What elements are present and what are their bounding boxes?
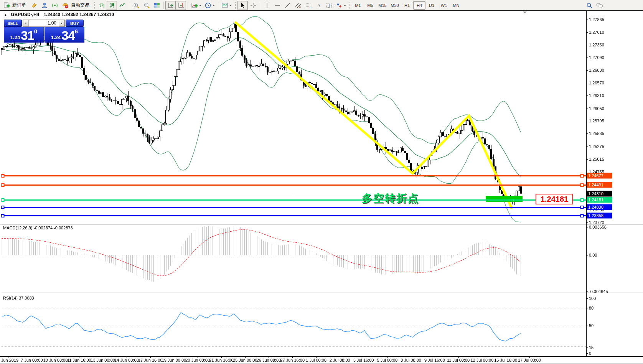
indicators-button[interactable] [190,1,203,10]
price-level-label-1.24310: 1.24310 [587,191,612,196]
chat-button[interactable] [594,1,605,10]
timeframe-button-m5[interactable]: M5 [364,1,376,10]
time-axis-label: 5 Jun 2019 [0,358,18,362]
time-axis-label: 5 Jul 00:00 [377,358,397,362]
time-axis-label: 21 Jun 16:00 [209,358,234,362]
collapse-arrow-icon[interactable]: ▲ [4,13,7,17]
time-axis-label: 2 Jul 08:00 [330,358,350,362]
profile-icon [41,2,48,9]
time-axis-label: 27 Jun 16:00 [280,358,305,362]
toolbar-grip[interactable] [349,2,351,9]
zoom-in-icon [133,2,140,9]
toolbar-grip[interactable] [93,2,95,9]
price-tag-label[interactable]: 1.24181 [536,194,573,204]
metaquotes-button[interactable] [29,1,39,10]
text-icon: A [315,2,322,9]
candlestick-chart-button[interactable] [107,1,117,10]
indicator-axis-tick: 0.00 [589,253,597,257]
toolbar-separator [163,2,164,9]
clock-icon [204,2,211,9]
volume-increase-button[interactable]: ▲ [59,20,64,26]
signals-button[interactable] [49,1,60,10]
volume-input[interactable]: 1.00 [29,20,59,26]
time-axis-label: 8 Jul 08:00 [401,358,421,362]
indicator-axis-tick: 0 [589,351,591,356]
sell-price-sup: 0 [34,28,37,35]
search-button[interactable] [584,1,594,10]
chart-shift-button[interactable] [176,1,186,10]
price-level-label-1.23858: 1.23858 [587,213,612,219]
zoom-in-button[interactable] [131,1,141,10]
metaquotes-icon [31,2,38,9]
text-button[interactable]: A [313,1,324,10]
zoom-out-button[interactable] [141,1,152,10]
symbol-info[interactable]: ▲ GBPUSD-,H4 1.24340 1.24352 1.24267 1.2… [4,12,114,17]
symbol-quotes: 1.24340 1.24352 1.24267 1.24310 [44,12,114,17]
timeframe-button-h4[interactable]: H4 [413,1,425,10]
timeframe-button-w1[interactable]: W1 [438,1,450,10]
templates-icon [221,2,228,9]
cursor-button[interactable] [237,1,248,10]
tile-windows-button[interactable] [152,1,162,10]
time-axis-label: 11 Jun 16:00 [67,358,91,362]
toolbar-grip[interactable] [234,2,236,9]
sell-button[interactable]: SELL [4,20,22,27]
price-axis-tick: 1.27090 [589,55,604,60]
auto-trading-label[interactable]: 自动交易 [71,2,89,8]
mt4-application: 新订单 自动交易 [0,0,643,364]
crosshair-button[interactable] [248,1,258,10]
buy-button[interactable]: BUY [66,20,84,27]
vertical-line-button[interactable] [262,1,272,10]
timeframe-button-h1[interactable]: H1 [401,1,413,10]
text-label-icon: T [326,2,333,9]
sell-price-display[interactable]: 1.24 31 0 [4,27,44,43]
equidistant-channel-button[interactable]: E [293,1,303,10]
chart-canvas[interactable] [0,0,643,364]
trendline-button[interactable] [282,1,293,10]
time-axis-label: 3 Jul 16:00 [353,358,374,362]
auto-trading-button[interactable] [60,1,70,10]
line-chart-button[interactable] [117,1,127,10]
toolbar-right-group [584,1,605,10]
text-label-button[interactable]: T [324,1,334,10]
one-click-trading-panel: SELL ▼ 1.00 ▲ BUY 1.24 31 0 1.24 34 6 [4,20,84,43]
new-order-button[interactable] [2,1,12,10]
new-order-label[interactable]: 新订单 [12,2,26,8]
line-chart-icon [119,2,126,9]
price-axis-tick: 1.27350 [589,43,604,47]
annotation-turning-point[interactable]: 多空转折点 [362,191,419,205]
time-axis-label: 12 Jul 08:00 [470,358,493,362]
indicator-axis-tick: 50 [589,323,594,328]
arrows-button[interactable] [334,1,348,10]
volume-decrease-button[interactable]: ▼ [23,20,29,26]
price-axis-tick: 1.27865 [589,17,604,22]
timeframe-button-d1[interactable]: D1 [425,1,438,10]
chevron-down-icon [213,5,215,7]
horizontal-line-button[interactable] [272,1,282,10]
buy-price-display[interactable]: 1.24 34 6 [45,27,84,43]
timeframe-button-m30[interactable]: M30 [389,1,401,10]
price-level-label-1.24491: 1.24491 [587,182,612,188]
fibonacci-button[interactable]: F [303,1,313,10]
periods-button[interactable] [203,1,216,10]
time-axis-label: 7 Jun 00:00 [21,358,43,362]
timeframe-button-m1[interactable]: M1 [352,1,364,10]
horizontal-line-icon [274,2,281,9]
timeframe-group: M1M5M15M30H1H4D1W1MN [352,1,462,10]
sell-price-small: 1.24 [10,34,20,41]
scroll-to-end-icon[interactable] [523,12,527,15]
community-button[interactable] [39,1,49,10]
chevron-down-icon [344,5,346,7]
price-axis-tick: 1.25015 [589,157,604,161]
indicator-axis-tick: 100 [589,296,596,301]
timeframe-button-m15[interactable]: M15 [376,1,389,10]
time-axis-label: 19 Jun 00:00 [162,358,186,362]
main-toolbar: 新订单 自动交易 [0,0,643,10]
templates-button[interactable] [220,1,233,10]
timeframe-button-mn[interactable]: MN [450,1,462,10]
svg-text:A: A [317,3,321,8]
auto-scroll-button[interactable] [165,1,176,10]
tile-windows-icon [153,2,160,9]
time-axis-label: 9 Jul 16:00 [424,358,445,362]
bar-chart-button[interactable] [96,1,107,10]
